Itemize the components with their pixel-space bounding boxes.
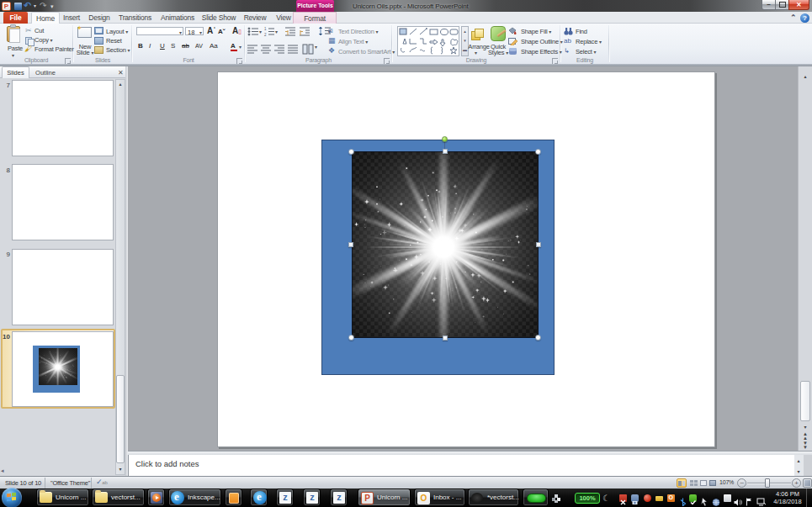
svg-text:1: 1 [264, 27, 267, 31]
svg-text:2: 2 [264, 33, 267, 37]
